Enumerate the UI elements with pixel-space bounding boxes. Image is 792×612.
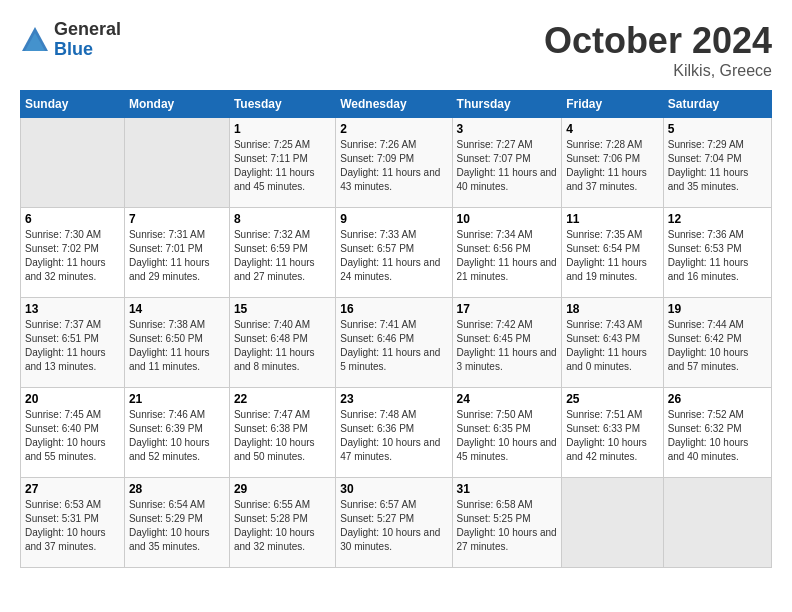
calendar-cell — [562, 478, 664, 568]
sunset-text: Sunset: 7:09 PM — [340, 153, 414, 164]
day-number: 28 — [129, 482, 225, 496]
daylight-text: Daylight: 10 hours and 52 minutes. — [129, 437, 210, 462]
sunset-text: Sunset: 5:27 PM — [340, 513, 414, 524]
sunset-text: Sunset: 6:36 PM — [340, 423, 414, 434]
sunset-text: Sunset: 7:02 PM — [25, 243, 99, 254]
col-thursday: Thursday — [452, 91, 562, 118]
day-info: Sunrise: 7:26 AMSunset: 7:09 PMDaylight:… — [340, 138, 447, 194]
sunrise-text: Sunrise: 7:36 AM — [668, 229, 744, 240]
sunrise-text: Sunrise: 7:43 AM — [566, 319, 642, 330]
calendar-cell: 23Sunrise: 7:48 AMSunset: 6:36 PMDayligh… — [336, 388, 452, 478]
sunset-text: Sunset: 5:31 PM — [25, 513, 99, 524]
day-info: Sunrise: 6:58 AMSunset: 5:25 PMDaylight:… — [457, 498, 558, 554]
col-monday: Monday — [124, 91, 229, 118]
daylight-text: Daylight: 11 hours and 13 minutes. — [25, 347, 106, 372]
day-number: 26 — [668, 392, 767, 406]
sunrise-text: Sunrise: 6:55 AM — [234, 499, 310, 510]
daylight-text: Daylight: 10 hours and 57 minutes. — [668, 347, 749, 372]
sunrise-text: Sunrise: 7:52 AM — [668, 409, 744, 420]
daylight-text: Daylight: 11 hours and 0 minutes. — [566, 347, 647, 372]
day-info: Sunrise: 7:43 AMSunset: 6:43 PMDaylight:… — [566, 318, 659, 374]
sunrise-text: Sunrise: 6:58 AM — [457, 499, 533, 510]
sunrise-text: Sunrise: 7:48 AM — [340, 409, 416, 420]
sunrise-text: Sunrise: 7:33 AM — [340, 229, 416, 240]
daylight-text: Daylight: 10 hours and 35 minutes. — [129, 527, 210, 552]
daylight-text: Daylight: 10 hours and 32 minutes. — [234, 527, 315, 552]
day-number: 12 — [668, 212, 767, 226]
sunset-text: Sunset: 6:48 PM — [234, 333, 308, 344]
sunrise-text: Sunrise: 7:51 AM — [566, 409, 642, 420]
calendar-cell: 15Sunrise: 7:40 AMSunset: 6:48 PMDayligh… — [229, 298, 335, 388]
calendar-cell: 27Sunrise: 6:53 AMSunset: 5:31 PMDayligh… — [21, 478, 125, 568]
day-info: Sunrise: 7:50 AMSunset: 6:35 PMDaylight:… — [457, 408, 558, 464]
daylight-text: Daylight: 11 hours and 19 minutes. — [566, 257, 647, 282]
calendar-cell — [663, 478, 771, 568]
day-number: 18 — [566, 302, 659, 316]
daylight-text: Daylight: 11 hours and 40 minutes. — [457, 167, 557, 192]
daylight-text: Daylight: 10 hours and 50 minutes. — [234, 437, 315, 462]
day-info: Sunrise: 6:55 AMSunset: 5:28 PMDaylight:… — [234, 498, 331, 554]
day-info: Sunrise: 7:35 AMSunset: 6:54 PMDaylight:… — [566, 228, 659, 284]
day-number: 3 — [457, 122, 558, 136]
day-info: Sunrise: 7:28 AMSunset: 7:06 PMDaylight:… — [566, 138, 659, 194]
day-number: 6 — [25, 212, 120, 226]
calendar-cell: 21Sunrise: 7:46 AMSunset: 6:39 PMDayligh… — [124, 388, 229, 478]
daylight-text: Daylight: 11 hours and 37 minutes. — [566, 167, 647, 192]
day-number: 17 — [457, 302, 558, 316]
calendar-cell: 2Sunrise: 7:26 AMSunset: 7:09 PMDaylight… — [336, 118, 452, 208]
sunset-text: Sunset: 7:06 PM — [566, 153, 640, 164]
calendar-body: 1Sunrise: 7:25 AMSunset: 7:11 PMDaylight… — [21, 118, 772, 568]
calendar-table: Sunday Monday Tuesday Wednesday Thursday… — [20, 90, 772, 568]
sunrise-text: Sunrise: 7:32 AM — [234, 229, 310, 240]
calendar-cell: 17Sunrise: 7:42 AMSunset: 6:45 PMDayligh… — [452, 298, 562, 388]
sunset-text: Sunset: 5:25 PM — [457, 513, 531, 524]
calendar-cell: 14Sunrise: 7:38 AMSunset: 6:50 PMDayligh… — [124, 298, 229, 388]
calendar-cell: 31Sunrise: 6:58 AMSunset: 5:25 PMDayligh… — [452, 478, 562, 568]
day-info: Sunrise: 7:51 AMSunset: 6:33 PMDaylight:… — [566, 408, 659, 464]
sunset-text: Sunset: 6:38 PM — [234, 423, 308, 434]
sunset-text: Sunset: 6:56 PM — [457, 243, 531, 254]
calendar-cell: 22Sunrise: 7:47 AMSunset: 6:38 PMDayligh… — [229, 388, 335, 478]
day-number: 14 — [129, 302, 225, 316]
sunset-text: Sunset: 6:53 PM — [668, 243, 742, 254]
daylight-text: Daylight: 10 hours and 27 minutes. — [457, 527, 557, 552]
day-number: 22 — [234, 392, 331, 406]
col-wednesday: Wednesday — [336, 91, 452, 118]
daylight-text: Daylight: 11 hours and 24 minutes. — [340, 257, 440, 282]
day-info: Sunrise: 7:42 AMSunset: 6:45 PMDaylight:… — [457, 318, 558, 374]
daylight-text: Daylight: 11 hours and 16 minutes. — [668, 257, 749, 282]
calendar-cell: 28Sunrise: 6:54 AMSunset: 5:29 PMDayligh… — [124, 478, 229, 568]
calendar-cell: 13Sunrise: 7:37 AMSunset: 6:51 PMDayligh… — [21, 298, 125, 388]
col-sunday: Sunday — [21, 91, 125, 118]
day-info: Sunrise: 7:25 AMSunset: 7:11 PMDaylight:… — [234, 138, 331, 194]
sunset-text: Sunset: 6:43 PM — [566, 333, 640, 344]
daylight-text: Daylight: 11 hours and 43 minutes. — [340, 167, 440, 192]
day-info: Sunrise: 7:32 AMSunset: 6:59 PMDaylight:… — [234, 228, 331, 284]
daylight-text: Daylight: 10 hours and 42 minutes. — [566, 437, 647, 462]
sunset-text: Sunset: 6:46 PM — [340, 333, 414, 344]
sunrise-text: Sunrise: 7:28 AM — [566, 139, 642, 150]
calendar-cell: 7Sunrise: 7:31 AMSunset: 7:01 PMDaylight… — [124, 208, 229, 298]
day-number: 15 — [234, 302, 331, 316]
calendar-cell: 4Sunrise: 7:28 AMSunset: 7:06 PMDaylight… — [562, 118, 664, 208]
calendar-cell: 30Sunrise: 6:57 AMSunset: 5:27 PMDayligh… — [336, 478, 452, 568]
day-info: Sunrise: 7:30 AMSunset: 7:02 PMDaylight:… — [25, 228, 120, 284]
day-info: Sunrise: 7:34 AMSunset: 6:56 PMDaylight:… — [457, 228, 558, 284]
sunrise-text: Sunrise: 7:26 AM — [340, 139, 416, 150]
sunset-text: Sunset: 5:28 PM — [234, 513, 308, 524]
day-number: 13 — [25, 302, 120, 316]
day-number: 27 — [25, 482, 120, 496]
calendar-cell: 6Sunrise: 7:30 AMSunset: 7:02 PMDaylight… — [21, 208, 125, 298]
calendar-cell: 11Sunrise: 7:35 AMSunset: 6:54 PMDayligh… — [562, 208, 664, 298]
calendar-cell: 19Sunrise: 7:44 AMSunset: 6:42 PMDayligh… — [663, 298, 771, 388]
logo-text: General Blue — [54, 20, 121, 60]
calendar-cell: 25Sunrise: 7:51 AMSunset: 6:33 PMDayligh… — [562, 388, 664, 478]
day-number: 5 — [668, 122, 767, 136]
day-info: Sunrise: 7:38 AMSunset: 6:50 PMDaylight:… — [129, 318, 225, 374]
calendar-cell: 5Sunrise: 7:29 AMSunset: 7:04 PMDaylight… — [663, 118, 771, 208]
day-number: 4 — [566, 122, 659, 136]
sunrise-text: Sunrise: 7:40 AM — [234, 319, 310, 330]
month-title: October 2024 — [544, 20, 772, 62]
page-header: General Blue October 2024 Kilkis, Greece — [20, 20, 772, 80]
daylight-text: Daylight: 11 hours and 11 minutes. — [129, 347, 210, 372]
